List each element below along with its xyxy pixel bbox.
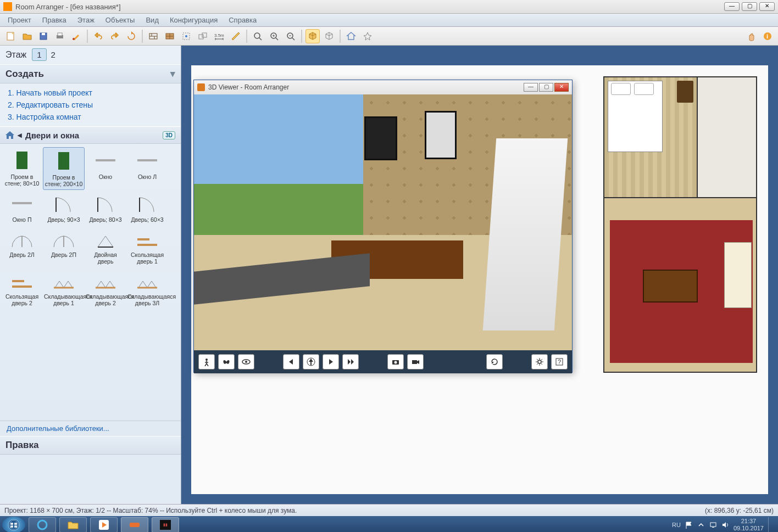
menu-Конфигурация[interactable]: Конфигурация (165, 15, 222, 25)
paint-button[interactable] (69, 29, 84, 43)
hand-button[interactable] (744, 29, 758, 43)
fx-button[interactable] (360, 29, 375, 43)
lib-item-11[interactable]: Скользящая дверь 1 (126, 225, 168, 267)
network-icon[interactable] (709, 521, 717, 529)
menu-Этаж[interactable]: Этаж (73, 15, 99, 25)
action-1[interactable]: 1. Начать новый проект (8, 87, 173, 99)
view3d-button[interactable] (305, 29, 320, 43)
more-libraries-link[interactable]: Дополнительные библиотеки... (0, 421, 181, 436)
menu-Вид[interactable]: Вид (141, 15, 163, 25)
grid-button[interactable] (163, 29, 177, 43)
start-button[interactable] (2, 517, 25, 532)
lib-item-9[interactable]: Дверь 2П (43, 225, 85, 267)
redo-button[interactable] (108, 29, 122, 43)
category-label: Двери и окна (25, 131, 79, 140)
action-2[interactable]: 2. Редактировать стены (8, 99, 173, 111)
viewer-play-button[interactable] (323, 354, 339, 369)
lib-item-2[interactable]: Окно (85, 147, 126, 190)
viewer-refresh-button[interactable] (486, 354, 503, 369)
new-button[interactable] (3, 29, 18, 43)
edit-section-header[interactable]: Правка (0, 436, 181, 455)
viewer-video-button[interactable] (407, 354, 424, 369)
floorplan-2d[interactable] (603, 76, 757, 373)
viewer-3d-titlebar[interactable]: 3D Viewer - Room Arranger — ▢ ✕ (194, 80, 572, 94)
zoom-in-button[interactable] (267, 29, 281, 43)
video-icon (411, 357, 420, 366)
lib-item-8[interactable]: Дверь 2Л (1, 225, 43, 267)
svg-rect-61 (130, 523, 140, 527)
show-desktop-button[interactable] (768, 517, 773, 532)
viewer-prev-button[interactable] (283, 354, 299, 369)
maximize-button[interactable]: ▢ (742, 2, 757, 11)
volume-icon[interactable] (721, 521, 729, 529)
viewer-maximize-button[interactable]: ▢ (539, 83, 553, 92)
zoom-out-button[interactable] (284, 29, 298, 43)
viewer-minimize-button[interactable]: — (524, 83, 538, 92)
lib-item-10[interactable]: Двойная дверь (85, 225, 126, 267)
object-library[interactable]: Проем в стене; 80×10Проем в стене; 200×1… (0, 144, 181, 421)
viewer-walk-button[interactable] (198, 354, 215, 369)
viewer-settings-button[interactable] (531, 354, 548, 369)
tray-up-icon[interactable] (697, 521, 705, 529)
create-section-header[interactable]: Создать ▾ (0, 64, 181, 83)
lib-item-5[interactable]: Дверь; 90×3 (43, 190, 85, 225)
lib-item-label: Окно Л (127, 173, 167, 180)
lib-item-4[interactable]: Окно П (1, 190, 43, 225)
viewer-close-button[interactable]: ✕ (554, 83, 569, 92)
menu-Справка[interactable]: Справка (224, 15, 261, 25)
badge-3d[interactable]: 3D (163, 131, 175, 139)
zoom-fit-button[interactable] (251, 29, 265, 43)
menu-Объекты[interactable]: Объекты (101, 15, 140, 25)
viewer-3d-window[interactable]: 3D Viewer - Room Arranger — ▢ ✕ ? (193, 80, 573, 373)
flag-icon[interactable] (685, 521, 693, 529)
view3d-settings-button[interactable] (322, 29, 336, 43)
language-indicator[interactable]: RU (672, 522, 681, 528)
house-button[interactable] (344, 29, 358, 43)
viewer-3d-render[interactable] (194, 94, 572, 350)
menu-Проект[interactable]: Проект (3, 15, 36, 25)
lib-item-14[interactable]: Складывающаяся дверь 2 (85, 267, 126, 309)
taskbar-ie[interactable] (29, 517, 56, 532)
minimize-button[interactable]: — (724, 2, 740, 11)
svg-rect-16 (202, 33, 207, 37)
floor-tab-1[interactable]: 1 (32, 48, 46, 61)
print-button[interactable] (53, 29, 67, 43)
taskbar-roomarranger[interactable] (121, 517, 148, 532)
category-header[interactable]: ◂ Двери и окна 3D (0, 126, 181, 144)
floor-tab-2[interactable]: 2 (47, 49, 60, 60)
undo-button[interactable] (91, 29, 105, 43)
lib-item-3[interactable]: Окно Л (126, 147, 168, 190)
group-button[interactable] (196, 29, 210, 43)
rotate-button[interactable] (124, 29, 138, 43)
lib-item-0[interactable]: Проем в стене; 80×10 (1, 147, 43, 190)
viewer-eye-button[interactable] (238, 354, 254, 369)
menu-Правка[interactable]: Правка (38, 15, 71, 25)
viewer-butterfly-button[interactable] (218, 354, 235, 369)
taskbar-explorer[interactable] (59, 517, 87, 532)
ruler2-button[interactable] (229, 29, 243, 43)
taskbar-paint[interactable]: ▮▮ (152, 517, 179, 532)
viewer-help-button[interactable]: ? (551, 354, 568, 369)
info-button[interactable]: i (760, 29, 775, 43)
lib-item-1[interactable]: Проем в стене; 200×10 (43, 147, 85, 190)
open-button[interactable] (20, 29, 34, 43)
lib-item-15[interactable]: Складывающаяся дверь 3Л (126, 267, 168, 309)
close-button[interactable]: ✕ (759, 2, 775, 11)
save-button[interactable] (36, 29, 51, 43)
viewer-camera-button[interactable] (387, 354, 404, 369)
lib-item-12[interactable]: Скользящая дверь 2 (1, 267, 43, 309)
viewer-fwd-button[interactable] (342, 354, 359, 369)
lib-item-7[interactable]: Дверь; 60×3 (126, 190, 168, 225)
clock[interactable]: 21:37 09.10.2017 (733, 518, 764, 532)
canvas-area[interactable]: 3D Viewer - Room Arranger — ▢ ✕ ? (181, 46, 778, 504)
measure-button[interactable]: 3.5m (212, 29, 226, 43)
viewer-center-button[interactable] (303, 354, 319, 369)
taskbar-media[interactable] (90, 517, 118, 532)
lib-item-13[interactable]: Складывающаяся дверь 1 (43, 267, 85, 309)
lib-item-6[interactable]: Дверь; 80×3 (85, 190, 126, 225)
action-3[interactable]: 3. Настройка комнат (8, 111, 173, 123)
wall-button[interactable] (146, 29, 160, 43)
snap-button[interactable] (179, 29, 193, 43)
svg-point-48 (205, 359, 208, 361)
sidebar: Этаж 12 Создать ▾ 1. Начать новый проект… (0, 46, 181, 504)
